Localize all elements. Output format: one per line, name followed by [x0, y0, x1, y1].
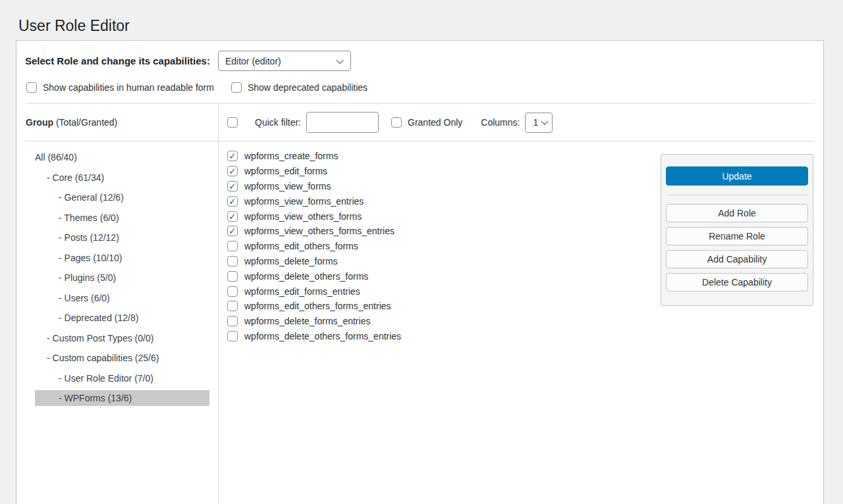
group-item-label: - Plugins (5/0): [35, 270, 209, 286]
capability-row: wpforms_view_forms_entries: [227, 193, 401, 209]
capability-checkbox[interactable]: [227, 181, 238, 191]
group-header-title: Group: [26, 117, 53, 128]
group-item[interactable]: - Themes (6/0): [35, 208, 209, 228]
columns-select[interactable]: 1: [525, 113, 553, 133]
human-readable-label: Show capabilities in human readable form: [43, 82, 214, 93]
group-item[interactable]: - General (12/6): [35, 188, 209, 208]
options-row: Show capabilities in human readable form…: [25, 82, 815, 103]
group-item-label: - Custom capabilities (25/6): [35, 350, 209, 366]
capability-name: wpforms_edit_forms_entries: [244, 286, 360, 297]
capability-name: wpforms_delete_others_forms: [244, 271, 368, 282]
group-item[interactable]: - Deprecated (12/8): [35, 308, 209, 328]
group-item[interactable]: - Posts (12/12): [35, 228, 209, 248]
granted-only-checkbox[interactable]: [391, 117, 402, 128]
capability-checkbox[interactable]: [227, 256, 238, 266]
capability-name: wpforms_view_others_forms_entries: [244, 226, 394, 236]
group-item-label: - Deprecated (12/8): [35, 310, 209, 326]
capability-name: wpforms_delete_forms: [244, 256, 338, 266]
top-section: Select Role and change its capabilities:…: [16, 41, 823, 103]
capability-row: wpforms_view_forms: [227, 179, 401, 194]
page-title: User Role Editor: [0, 0, 843, 36]
capability-row: wpforms_delete_others_forms: [227, 268, 401, 284]
capability-name: wpforms_view_forms_entries: [244, 196, 364, 207]
role-select[interactable]: Editor (editor): [218, 51, 351, 71]
group-item-label: - User Role Editor (7/0): [35, 370, 209, 386]
capability-row: wpforms_create_forms: [227, 149, 401, 164]
capability-row: wpforms_view_others_forms_entries: [227, 224, 401, 239]
group-item-label: - Posts (12/12): [35, 230, 209, 245]
capability-checkbox[interactable]: [227, 286, 238, 297]
header-row: Group (Total/Granted) Quick filter: Gran…: [16, 104, 823, 141]
capability-checkbox[interactable]: [227, 241, 238, 251]
capabilities-list: wpforms_create_formswpforms_edit_formswp…: [218, 141, 401, 343]
group-header: Group (Total/Granted): [16, 104, 218, 141]
group-tree: All (86/40)- Core (61/34)- General (12/6…: [16, 141, 218, 409]
deprecated-checkbox[interactable]: [231, 82, 242, 93]
separator: [666, 195, 807, 195]
capability-row: wpforms_edit_forms_entries: [227, 284, 401, 299]
capability-name: wpforms_delete_others_forms_entries: [244, 331, 401, 341]
quick-filter-label: Quick filter:: [255, 117, 301, 128]
group-item-label: - Custom Post Types (0/0): [35, 330, 209, 346]
user-role-editor-panel: Select Role and change its capabilities:…: [16, 40, 824, 504]
capabilities-area: wpforms_create_formswpforms_edit_formswp…: [218, 141, 823, 343]
capability-row: wpforms_view_others_forms: [227, 209, 401, 224]
capability-name: wpforms_view_forms: [244, 181, 331, 191]
group-item-label: - Themes (6/0): [35, 210, 209, 226]
capability-name: wpforms_create_forms: [244, 151, 338, 161]
chevron-down-icon: [336, 56, 343, 63]
capability-checkbox[interactable]: [227, 301, 238, 311]
capability-checkbox[interactable]: [227, 226, 238, 236]
add-capability-button[interactable]: Add Capability: [666, 250, 808, 268]
capability-checkbox[interactable]: [227, 196, 238, 207]
group-item[interactable]: - Pages (10/10): [35, 248, 209, 268]
quick-filter-input[interactable]: [306, 112, 379, 133]
capability-checkbox[interactable]: [227, 271, 238, 282]
group-item[interactable]: - Custom capabilities (25/6): [35, 348, 209, 368]
capability-checkbox[interactable]: [227, 166, 238, 176]
actions-panel: Update Add Role Rename Role Add Capabili…: [661, 154, 813, 306]
capability-checkbox[interactable]: [227, 211, 238, 222]
deprecated-label: Show deprecated capabilities: [248, 82, 367, 93]
capability-name: wpforms_edit_forms: [244, 166, 327, 176]
group-item-label: - Pages (10/10): [35, 250, 209, 266]
body-row: All (86/40)- Core (61/34)- General (12/6…: [16, 141, 823, 409]
capability-row: wpforms_delete_forms_entries: [227, 314, 401, 329]
group-item-label: - Users (6/0): [35, 290, 209, 306]
capability-checkbox[interactable]: [227, 151, 238, 161]
columns-select-value: 1: [533, 117, 538, 128]
rename-role-button[interactable]: Rename Role: [666, 227, 808, 245]
update-button[interactable]: Update: [666, 166, 808, 186]
select-all-capabilities-checkbox[interactable]: [227, 117, 238, 128]
chevron-down-icon: [541, 118, 549, 125]
select-role-label: Select Role and change its capabilities:: [25, 55, 210, 66]
capability-name: wpforms_delete_forms_entries: [244, 316, 370, 326]
group-item[interactable]: - WPForms (13/6): [35, 388, 209, 409]
human-readable-option: Show capabilities in human readable form: [26, 82, 214, 93]
group-header-suffix: (Total/Granted): [53, 117, 117, 128]
group-item-label: - Core (61/34): [35, 170, 209, 186]
capability-name: wpforms_view_others_forms: [244, 211, 362, 222]
group-item-label: All (86/40): [35, 149, 209, 165]
capability-row: wpforms_delete_forms: [227, 254, 401, 269]
group-item[interactable]: - Core (61/34): [35, 168, 209, 188]
capability-checkbox[interactable]: [227, 316, 238, 326]
group-item[interactable]: - User Role Editor (7/0): [35, 368, 209, 389]
deprecated-option: Show deprecated capabilities: [231, 82, 367, 93]
group-item[interactable]: - Users (6/0): [35, 288, 209, 309]
capability-checkbox[interactable]: [227, 331, 238, 341]
add-role-button[interactable]: Add Role: [666, 204, 808, 222]
capability-name: wpforms_edit_others_forms_entries: [244, 301, 391, 311]
columns-label: Columns:: [481, 117, 520, 128]
human-readable-checkbox[interactable]: [26, 82, 37, 93]
delete-capability-button[interactable]: Delete Capability: [666, 273, 808, 291]
role-row: Select Role and change its capabilities:…: [25, 51, 815, 71]
column-divider: [218, 104, 219, 504]
capability-row: wpforms_edit_forms: [227, 164, 401, 179]
role-select-value: Editor (editor): [225, 56, 281, 66]
group-item[interactable]: All (86/40): [35, 147, 209, 168]
group-item-label: - General (12/6): [35, 189, 209, 205]
group-item[interactable]: - Plugins (5/0): [35, 268, 209, 288]
group-item[interactable]: - Custom Post Types (0/0): [35, 328, 209, 349]
capability-row: wpforms_edit_others_forms_entries: [227, 299, 401, 314]
